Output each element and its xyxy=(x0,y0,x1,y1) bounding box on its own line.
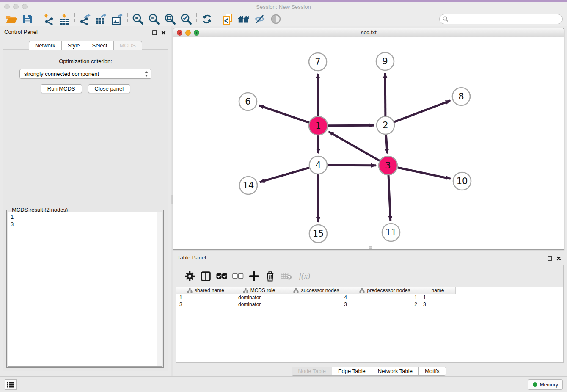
network-window-titlebar[interactable]: x − + scc.txt xyxy=(173,28,564,37)
zoom-in-icon[interactable] xyxy=(130,13,146,25)
task-history-button[interactable] xyxy=(5,379,17,390)
graph-edge-1-7[interactable] xyxy=(318,74,318,116)
delete-row-icon[interactable] xyxy=(262,269,278,283)
splitter-grip[interactable] xyxy=(171,195,173,204)
memory-button[interactable]: Memory xyxy=(528,379,563,390)
graph-edge-3-10[interactable] xyxy=(398,168,451,179)
tab-mcds[interactable]: MCDS xyxy=(113,41,142,50)
app-title: Session: New Session xyxy=(0,4,567,10)
export-network-icon[interactable] xyxy=(77,13,93,25)
control-panel-title: Control Panel xyxy=(4,29,38,35)
float-panel-icon[interactable] xyxy=(548,255,552,262)
result-scrollbar[interactable] xyxy=(157,212,162,366)
table-tabs: Node TableEdge TableNetwork TableMotifs xyxy=(173,367,564,376)
tab-edge-table[interactable]: Edge Table xyxy=(332,367,372,376)
tab-style[interactable]: Style xyxy=(61,41,86,50)
table-column-headers: shared nameMCDS rolesuccessor nodesprede… xyxy=(176,287,563,294)
graph-edge-3-11[interactable] xyxy=(388,175,391,221)
graph-edge-4-3[interactable] xyxy=(328,165,376,166)
close-panel-icon[interactable] xyxy=(556,255,561,262)
tab-network-table[interactable]: Network Table xyxy=(372,367,419,376)
settings-gear-icon[interactable] xyxy=(182,269,198,283)
table-cell[interactable]: 1 xyxy=(420,294,456,301)
column-chooser-icon[interactable] xyxy=(198,269,214,283)
control-panel: Control Panel NetworkStyleSelectMCDS Opt… xyxy=(0,26,171,376)
table-cell[interactable]: 1 xyxy=(350,294,420,301)
home-icon[interactable] xyxy=(236,13,252,25)
eye-disabled-icon[interactable] xyxy=(268,13,284,25)
close-panel-icon[interactable] xyxy=(161,29,166,37)
float-panel-icon[interactable] xyxy=(152,29,157,37)
memory-status-dot xyxy=(533,382,537,387)
toolbar-separator xyxy=(217,13,217,25)
table-cell[interactable]: 4 xyxy=(283,294,350,301)
graph-edge-2-3[interactable] xyxy=(386,135,387,153)
table-panel-title: Table Panel xyxy=(177,254,206,261)
run-mcds-button[interactable]: Run MCDS xyxy=(41,84,82,93)
search-input[interactable] xyxy=(439,14,563,24)
graph-edge-2-9[interactable] xyxy=(385,73,385,116)
network-close-button[interactable]: x xyxy=(177,30,182,36)
graph-edge-1-6[interactable] xyxy=(259,105,309,122)
column-tree-icon xyxy=(243,288,248,293)
column-header-successor-nodes[interactable]: successor nodes xyxy=(283,287,350,294)
toolbar-separator xyxy=(127,13,128,25)
refresh-icon[interactable] xyxy=(199,13,215,25)
graph-node-label: 14 xyxy=(243,180,254,190)
close-panel-button[interactable]: Close panel xyxy=(88,84,131,93)
table-cell[interactable]: dominator xyxy=(235,294,283,301)
graph-node-label: 7 xyxy=(315,57,320,67)
table-rows: 1dominator4113dominator323 xyxy=(176,294,563,308)
table-row[interactable]: 1dominator411 xyxy=(176,294,563,301)
graph-edge-2-8[interactable] xyxy=(394,101,450,122)
add-row-icon[interactable] xyxy=(246,269,262,283)
graph-node-label: 1 xyxy=(315,121,321,131)
mcds-result-area[interactable]: 1 3 xyxy=(8,212,162,367)
column-header-predecessor-nodes[interactable]: predecessor nodes xyxy=(350,287,420,294)
tab-select[interactable]: Select xyxy=(86,41,114,50)
graph-edge-3-1[interactable] xyxy=(329,132,380,160)
network-graph[interactable]: 1234678910111415 xyxy=(173,37,564,249)
column-header-mcds-role[interactable]: MCDS role xyxy=(235,287,283,294)
open-session-icon[interactable] xyxy=(3,13,19,25)
graph-node-label: 6 xyxy=(245,97,250,107)
table-cell[interactable]: 1 xyxy=(176,294,235,301)
function-builder-icon: f(x) xyxy=(294,269,315,283)
zoom-out-icon[interactable] xyxy=(146,13,162,25)
export-table-icon[interactable] xyxy=(93,13,109,25)
select-all-checkboxes-icon[interactable] xyxy=(214,269,230,283)
column-header-shared-name[interactable]: shared name xyxy=(176,287,235,294)
control-panel-header: Control Panel xyxy=(0,26,171,37)
import-network-icon[interactable] xyxy=(40,13,56,25)
zoom-fit-icon[interactable] xyxy=(162,13,178,25)
table-row[interactable]: 3dominator323 xyxy=(176,301,563,308)
column-tree-icon xyxy=(359,288,365,293)
table-cell[interactable]: dominator xyxy=(235,301,283,308)
graph-node-label: 4 xyxy=(315,160,321,170)
graph-edge-4-14[interactable] xyxy=(260,168,309,182)
table-cell[interactable]: 3 xyxy=(176,301,235,308)
table-cell[interactable]: 2 xyxy=(350,301,420,308)
toolbar-separator xyxy=(196,13,197,25)
tab-motifs[interactable]: Motifs xyxy=(418,367,446,376)
tab-node-table[interactable]: Node Table xyxy=(292,367,332,376)
deselect-all-checkboxes-icon[interactable] xyxy=(230,269,246,283)
clone-network-icon[interactable] xyxy=(220,13,236,25)
column-header-name[interactable]: name xyxy=(420,287,456,294)
zoom-selected-icon[interactable] xyxy=(178,13,194,25)
network-maximize-button[interactable]: + xyxy=(194,30,199,36)
save-session-icon[interactable] xyxy=(19,13,36,25)
network-minimize-button[interactable]: − xyxy=(185,30,191,36)
column-label: successor nodes xyxy=(301,287,339,293)
hide-eye-icon[interactable] xyxy=(252,13,268,25)
graph-edge-1-2[interactable] xyxy=(328,125,374,126)
tab-network[interactable]: Network xyxy=(29,41,62,50)
table-panel-header: Table Panel xyxy=(173,252,564,263)
import-table-icon[interactable] xyxy=(56,13,72,25)
network-canvas[interactable]: 1234678910111415 xyxy=(173,37,564,249)
criterion-select[interactable]: strongly connected component xyxy=(19,69,151,79)
table-cell[interactable]: 3 xyxy=(420,301,456,308)
export-image-icon[interactable] xyxy=(109,13,125,25)
table-cell[interactable]: 3 xyxy=(283,301,350,308)
canvas-scroll-nub[interactable] xyxy=(369,246,372,249)
